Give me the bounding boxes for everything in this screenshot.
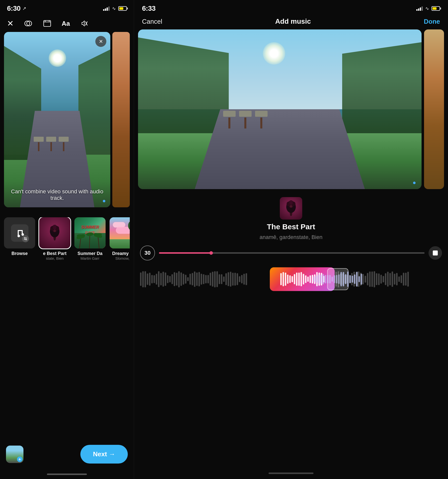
dreamy-title: Dreamy Day [112,251,130,256]
effects-icon[interactable] [24,19,33,28]
left-toolbar: ✕ Aa [0,15,134,32]
media-icon[interactable] [43,19,52,28]
main-video: ✕ Can't combine video sound with audio t… [4,32,110,207]
summer-title: Summer Da [77,251,102,256]
svg-point-21 [53,230,56,232]
time-value: 30 [145,250,150,256]
left-bottom-bar: + Next → [0,440,134,474]
album-flower-icon [283,200,299,217]
right-video-dot [413,182,416,184]
video-area: ✕ Can't combine video sound with audio t… [4,32,130,211]
done-button[interactable]: Done [424,18,440,25]
left-status-icons: ∿ [103,6,127,11]
svg-point-29 [86,232,94,236]
add-media-button[interactable]: + [6,446,23,463]
song-title: The Best Part [267,223,315,231]
album-art [280,197,302,220]
timeline-thumb [209,251,213,255]
left-status-bar: 6:30 ↗ ∿ [0,0,134,15]
left-panel: 6:30 ↗ ∿ ✕ [0,0,134,479]
left-time: 6:30 [7,4,20,12]
location-icon: ↗ [22,6,26,11]
header-title: Add music [275,17,311,25]
timeline-fill [159,252,212,254]
timeline-section: 30 [134,245,448,293]
song-artist: anamē, gardenstate, Bien [260,234,322,240]
best-part-cover [39,217,70,248]
time-badge: 30 [140,245,155,260]
waveform-track [140,269,442,289]
battery-icon [118,6,127,11]
music-shelf: Browse [0,211,134,264]
dreamy-cover [110,217,130,248]
browse-cover [4,217,35,248]
right-main-video [138,29,422,189]
right-panel: 6:33 ∿ Cancel Add music Done [134,0,448,479]
stop-button[interactable] [429,246,442,260]
music-item-browse[interactable]: Browse [4,217,35,260]
svg-line-22 [80,238,81,248]
right-signal-icon [416,6,423,11]
summer-artist: Martin Garr [77,256,102,260]
stop-icon [433,250,438,255]
svg-line-28 [89,235,90,248]
mute-icon[interactable] [80,19,89,28]
music-item-dreamy[interactable]: Dreamy Day Slomow, Su [110,217,130,260]
right-side-thumbnail[interactable] [424,29,444,189]
flower-icon [47,225,63,241]
best-part-artist: state, Bien [43,256,66,260]
music-item-best-part[interactable]: e Best Part state, Bien [39,217,70,260]
next-label: Next → [93,450,115,458]
svg-point-8 [17,235,20,237]
signal-icon [103,6,110,11]
right-status-bar: 6:33 ∿ [134,0,448,15]
next-button[interactable]: Next → [80,445,128,464]
summer-days-cover: SUMMER DAYS [74,217,106,248]
svg-line-25 [98,236,99,248]
add-icon: + [17,457,22,462]
right-video-area [134,29,448,189]
svg-point-12 [24,238,25,239]
browse-label: Browse [11,251,28,256]
video-caption: Can't combine video sound with audio tra… [4,188,110,201]
close-button[interactable]: ✕ [7,19,14,27]
timeline-bar[interactable] [159,252,425,254]
timeline-controls: 30 [140,245,442,260]
svg-point-13 [26,239,27,240]
dreamy-artist: Slomow, Su [112,256,130,260]
right-status-icons: ∿ [416,6,440,11]
video-close-btn[interactable]: ✕ [95,36,106,47]
music-item-summer[interactable]: SUMMER DAYS Summer Da [74,217,106,260]
svg-point-37 [290,205,292,208]
wifi-icon: ∿ [112,6,116,11]
right-header: Cancel Add music Done [134,15,448,29]
cancel-button[interactable]: Cancel [142,18,162,25]
right-home-indicator [269,473,313,474]
svg-rect-2 [44,20,51,26]
music-row: Browse [4,217,130,260]
waveform-white-region [327,268,348,290]
best-part-title: e Best Part [43,251,66,256]
text-icon[interactable]: Aa [62,20,70,27]
side-thumbnail[interactable] [112,32,130,207]
right-time: 6:33 [142,4,155,12]
right-battery-icon [432,6,440,11]
svg-point-9 [21,233,24,236]
video-thumbnail [4,32,110,207]
song-info-section: The Best Part anamē, gardenstate, Bien [134,189,448,245]
right-wifi-icon: ∿ [425,6,429,11]
browse-settings-icon [22,235,29,242]
left-home-indicator [47,474,87,475]
waveform-section[interactable] [140,265,442,293]
